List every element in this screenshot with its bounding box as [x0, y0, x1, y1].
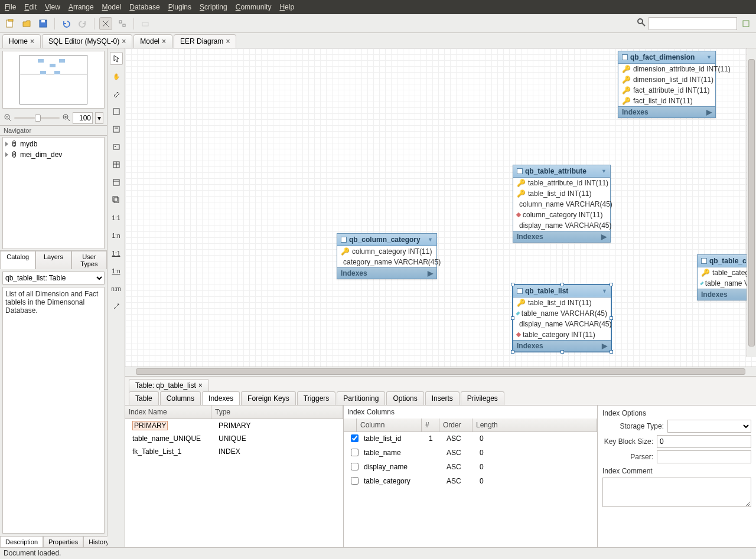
expand-icon[interactable]: ▶ — [601, 233, 607, 241]
search-input[interactable] — [649, 17, 737, 30]
collapse-icon[interactable]: ▼ — [428, 237, 433, 243]
close-icon[interactable]: × — [198, 381, 203, 390]
collapse-icon[interactable]: ▼ — [602, 288, 607, 294]
expand-icon[interactable]: ▶ — [602, 342, 607, 350]
grid-toggle-icon[interactable] — [99, 17, 112, 30]
canvas-scroll-h[interactable] — [125, 367, 756, 376]
subtab-columns[interactable]: Columns — [160, 391, 201, 405]
subtab-table[interactable]: Table — [129, 391, 159, 405]
col-index-type[interactable]: Type — [211, 406, 343, 419]
tab-sql-editor[interactable]: SQL Editor (MySQL-0)× — [42, 34, 132, 48]
entity-qb-table-attribute[interactable]: qb_table_attribute▼ 🔑table_attribute_id … — [513, 165, 611, 243]
key-block-input[interactable] — [657, 435, 751, 448]
col-index-name[interactable]: Index Name — [125, 406, 211, 419]
table-editor-tab[interactable]: Table: qb_table_list× — [129, 379, 209, 391]
index-row-unique[interactable]: table_name_UNIQUEUNIQUE — [125, 432, 343, 445]
index-row-primary[interactable]: PRIMARYPRIMARY — [125, 419, 343, 432]
entity-qb-fact-dimension[interactable]: qb_fact_dimension▼ 🔑dimension_attribute_… — [618, 51, 716, 118]
menu-view[interactable]: View — [45, 3, 60, 11]
menu-help[interactable]: Help — [279, 3, 294, 11]
menu-scripting[interactable]: Scripting — [200, 3, 227, 11]
tab-eer-diagram[interactable]: EER Diagram× — [174, 34, 236, 48]
index-col-check[interactable] — [351, 434, 359, 442]
col-column[interactable]: Column — [357, 419, 422, 431]
rel-1-1-tool-icon[interactable]: 1:1 — [110, 211, 123, 224]
entity-qb-column-category[interactable]: qb_column_category▼ 🔑column_category INT… — [337, 233, 437, 279]
zoom-value[interactable] — [73, 112, 93, 124]
close-icon[interactable]: × — [162, 37, 166, 45]
tab-catalog[interactable]: Catalog — [0, 251, 35, 269]
zoom-dropdown[interactable]: ▾ — [95, 112, 103, 124]
index-column-row[interactable]: table_categoryASC0 — [344, 475, 597, 489]
menu-file[interactable]: File — [5, 3, 16, 11]
subtab-triggers[interactable]: Triggers — [297, 391, 336, 405]
storage-type-select[interactable] — [667, 420, 751, 433]
open-icon[interactable] — [20, 17, 33, 30]
index-column-row[interactable]: display_nameASC0 — [344, 460, 597, 475]
close-icon[interactable]: × — [122, 37, 126, 45]
navigator-minimap[interactable] — [2, 51, 105, 109]
menu-model[interactable]: Model — [102, 3, 122, 11]
zoom-out-icon[interactable] — [4, 113, 12, 123]
catalog-schema-mydb[interactable]: 🛢mydb — [4, 139, 103, 149]
eraser-tool-icon[interactable] — [110, 87, 123, 100]
subtab-privileges[interactable]: Privileges — [461, 391, 504, 405]
routine-group-tool-icon[interactable] — [110, 194, 123, 207]
print-icon[interactable] — [139, 17, 152, 30]
tab-user-types[interactable]: User Types — [71, 251, 107, 269]
rel-existing-tool-icon[interactable] — [110, 300, 123, 313]
menu-edit[interactable]: Edit — [24, 3, 37, 11]
entity-qb-table-list[interactable]: qb_table_list▼ 🔑table_list_id INT(11) ta… — [513, 285, 611, 352]
layer-tool-icon[interactable] — [110, 105, 123, 118]
index-col-check[interactable] — [351, 477, 359, 485]
rel-1-n-id-tool-icon[interactable]: 1:n — [110, 264, 123, 277]
index-col-check[interactable] — [351, 449, 359, 456]
subtab-options[interactable]: Options — [386, 391, 423, 405]
hand-tool-icon[interactable]: ✋ — [110, 70, 123, 83]
tab-home[interactable]: Home× — [2, 34, 41, 48]
menu-community[interactable]: Community — [236, 3, 272, 11]
col-length[interactable]: Length — [472, 419, 597, 431]
image-tool-icon[interactable] — [110, 140, 123, 153]
eer-canvas[interactable]: qb_fact_dimension▼ 🔑dimension_attribute_… — [125, 48, 756, 367]
close-icon[interactable]: × — [30, 37, 34, 45]
align-icon[interactable] — [116, 17, 129, 30]
index-col-check[interactable] — [351, 463, 359, 470]
zoom-slider[interactable] — [14, 117, 60, 119]
rel-1-1-id-tool-icon[interactable]: 1:1 — [110, 247, 123, 260]
undo-icon[interactable] — [60, 17, 73, 30]
subtab-indexes[interactable]: Indexes — [202, 391, 240, 405]
index-column-row[interactable]: table_nameASC0 — [344, 446, 597, 460]
parser-input[interactable] — [657, 450, 751, 463]
subtab-inserts[interactable]: Inserts — [425, 391, 460, 405]
tab-description[interactable]: Description — [0, 536, 43, 547]
menu-plugins[interactable]: Plugins — [168, 3, 191, 11]
pointer-tool-icon[interactable] — [110, 52, 123, 65]
collapse-icon[interactable]: ▼ — [706, 54, 712, 60]
search-icon[interactable] — [637, 18, 646, 29]
rel-n-m-tool-icon[interactable]: n:m — [110, 282, 123, 295]
tab-model[interactable]: Model× — [133, 34, 172, 48]
subtab-foreign-keys[interactable]: Foreign Keys — [241, 391, 296, 405]
search-options-icon[interactable] — [739, 17, 752, 30]
menu-database[interactable]: Database — [129, 3, 159, 11]
catalog-schema-mei-dim-dev[interactable]: 🛢mei_dim_dev — [4, 149, 103, 160]
subtab-partitioning[interactable]: Partitioning — [337, 391, 385, 405]
tab-layers[interactable]: Layers — [35, 251, 71, 269]
index-row-fk[interactable]: fk_Table_List_1INDEX — [125, 445, 343, 458]
expand-icon[interactable]: ▶ — [428, 269, 433, 277]
new-icon[interactable] — [4, 17, 17, 30]
index-comment-input[interactable] — [602, 478, 751, 507]
collapse-icon[interactable]: ▼ — [601, 168, 607, 174]
save-icon[interactable] — [37, 17, 50, 30]
redo-icon[interactable] — [76, 17, 89, 30]
note-tool-icon[interactable] — [110, 123, 123, 136]
object-select[interactable]: qb_table_list: Table — [2, 272, 105, 285]
canvas-scroll-v[interactable] — [747, 48, 756, 357]
expand-icon[interactable]: ▶ — [706, 108, 712, 116]
rel-1-n-tool-icon[interactable]: 1:n — [110, 229, 123, 242]
col-num[interactable]: # — [422, 419, 439, 431]
menu-arrange[interactable]: Arrange — [69, 3, 94, 11]
table-tool-icon[interactable] — [110, 158, 123, 171]
object-selector[interactable]: qb_table_list: Table — [2, 272, 105, 285]
